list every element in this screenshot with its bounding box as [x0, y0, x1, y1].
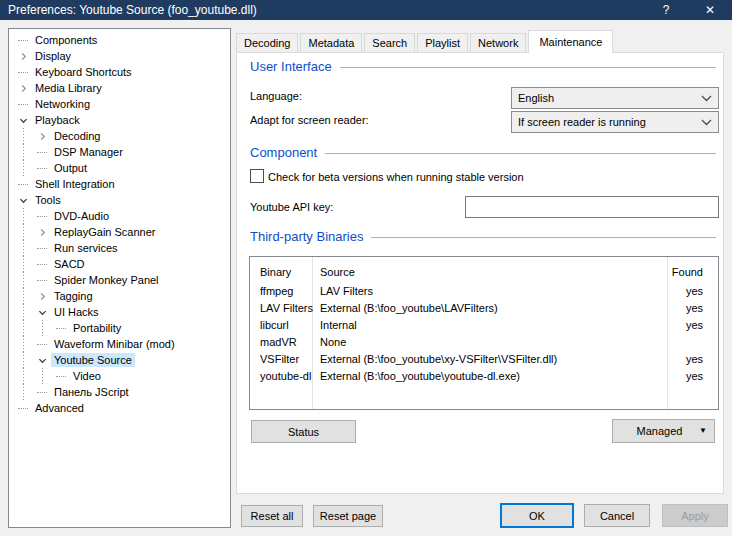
tree-connector [15, 72, 31, 73]
tab-search[interactable]: Search [364, 33, 415, 52]
chevron-right-icon[interactable] [15, 52, 31, 61]
source-cell: External (B:\foo_youtube\LAVFilters) [320, 300, 667, 317]
maintenance-tab-page: User Interface Language: English Adapt f… [236, 52, 724, 494]
found-cell [668, 334, 703, 351]
tree-item-display[interactable]: Display [9, 48, 230, 64]
tree-item-youtube-source[interactable]: Youtube Source [9, 352, 230, 368]
chevron-down-icon[interactable] [15, 196, 31, 205]
dropdown-arrow-icon: ▼ [699, 427, 707, 435]
binary-cell: ffmpeg [260, 283, 312, 300]
tree-item-media-library[interactable]: Media Library [9, 80, 230, 96]
language-label: Language: [250, 90, 302, 102]
chevron-down-icon[interactable] [34, 308, 50, 317]
tree-item-label: Decoding [51, 129, 103, 143]
binaries-table[interactable]: BinaryffmpegLAV FilterslibcurlmadVRVSFil… [249, 256, 719, 410]
tree-guide-line [15, 304, 34, 320]
tree-item-playback[interactable]: Playback [9, 112, 230, 128]
youtube-api-key-input[interactable] [465, 196, 719, 218]
binary-cell: LAV Filters [260, 300, 312, 317]
tab-metadata[interactable]: Metadata [300, 33, 362, 52]
tree-item-label: ReplayGain Scanner [51, 225, 159, 239]
tree-item-label: Portability [70, 321, 124, 335]
managed-button[interactable]: Managed ▼ [612, 419, 715, 443]
tree-item-keyboard-shortcuts[interactable]: Keyboard Shortcuts [9, 64, 230, 80]
tree-item-label: Youtube Source [51, 353, 135, 367]
dotted-stub [37, 216, 47, 217]
tree-item-ui-hacks[interactable]: UI Hacks [9, 304, 230, 320]
tree-item-portability[interactable]: Portability [9, 320, 230, 336]
tab-playlist[interactable]: Playlist [417, 33, 468, 52]
found-cell: yes [668, 351, 703, 368]
tree-guide-line [15, 144, 34, 160]
chevron-down-icon[interactable] [15, 116, 31, 125]
apply-button[interactable]: Apply [662, 504, 728, 527]
tab-network[interactable]: Network [470, 33, 526, 52]
tree-item-replaygain-scanner[interactable]: ReplayGain Scanner [9, 224, 230, 240]
cancel-button[interactable]: Cancel [584, 504, 650, 527]
tree-item-label: Playback [32, 113, 83, 127]
screen-reader-label: Adapt for screen reader: [250, 114, 369, 126]
tab-bar: DecodingMetadataSearchPlaylistNetworkMai… [236, 30, 615, 53]
ok-button[interactable]: OK [500, 503, 574, 528]
section-header-component: Component [250, 145, 717, 160]
dotted-stub [37, 248, 47, 249]
screen-reader-select[interactable]: If screen reader is running [511, 111, 719, 133]
found-cell: yes [668, 283, 703, 300]
tree-item-label: Output [51, 161, 90, 175]
tree-item-sacd[interactable]: SACD [9, 256, 230, 272]
dotted-stub [37, 280, 47, 281]
chevron-right-icon[interactable] [34, 228, 50, 237]
chevron-right-icon[interactable] [15, 84, 31, 93]
reset-all-button[interactable]: Reset all [241, 505, 303, 527]
source-cell: None [320, 334, 667, 351]
tree-item-label: Components [32, 33, 100, 47]
tree-connector [34, 168, 50, 169]
section-header-user-interface: User Interface [250, 59, 717, 74]
tree-item-label: Run services [51, 241, 121, 255]
found-column: Foundyesyesyesyesyes [668, 257, 718, 409]
tree-item-video[interactable]: Video [9, 368, 230, 384]
tree-item-tools[interactable]: Tools [9, 192, 230, 208]
tree-item-label: Display [32, 49, 74, 63]
tree-guide-line [15, 320, 34, 336]
tree-item-spider-monkey-panel[interactable]: Spider Monkey Panel [9, 272, 230, 288]
source-cell: External (B:\foo_youtube\xy-VSFilter\VSF… [320, 351, 667, 368]
status-button[interactable]: Status [251, 420, 356, 443]
tree-item-dsp-manager[interactable]: DSP Manager [9, 144, 230, 160]
dotted-stub [18, 104, 28, 105]
tree-item-decoding[interactable]: Decoding [9, 128, 230, 144]
tree-item-панель-jscript[interactable]: Панель JScript [9, 384, 230, 400]
chevron-right-icon[interactable] [34, 292, 50, 301]
title-bar: Preferences: Youtube Source (foo_youtube… [0, 0, 732, 20]
tree-item-label: Waveform Minibar (mod) [51, 337, 178, 351]
language-select[interactable]: English [511, 87, 719, 109]
beta-versions-checkbox[interactable] [250, 169, 264, 183]
binary-column: BinaryffmpegLAV FilterslibcurlmadVRVSFil… [250, 257, 313, 409]
tree-item-shell-integration[interactable]: Shell Integration [9, 176, 230, 192]
preferences-dialog: Preferences: Youtube Source (foo_youtube… [0, 0, 732, 536]
section-title: User Interface [250, 59, 332, 74]
tab-decoding[interactable]: Decoding [236, 33, 298, 52]
chevron-right-icon[interactable] [34, 132, 50, 141]
api-key-label: Youtube API key: [250, 201, 333, 213]
tree-item-components[interactable]: Components [9, 32, 230, 48]
tree-item-tagging[interactable]: Tagging [9, 288, 230, 304]
tree-item-run-services[interactable]: Run services [9, 240, 230, 256]
binary-cell: madVR [260, 334, 312, 351]
tree-guide-line [15, 240, 34, 256]
tree-connector [34, 392, 50, 393]
tab-maintenance[interactable]: Maintenance [528, 30, 613, 53]
close-button[interactable]: ✕ [688, 0, 732, 20]
tree-item-networking[interactable]: Networking [9, 96, 230, 112]
preferences-tree: ComponentsDisplayKeyboard ShortcutsMedia… [8, 28, 231, 528]
dotted-stub [18, 72, 28, 73]
tree-item-output[interactable]: Output [9, 160, 230, 176]
tree-item-advanced[interactable]: Advanced [9, 400, 230, 416]
tree-item-dvd-audio[interactable]: DVD-Audio [9, 208, 230, 224]
help-button[interactable]: ? [644, 0, 688, 20]
chevron-down-icon[interactable] [34, 356, 50, 365]
reset-page-button[interactable]: Reset page [313, 505, 383, 527]
column-header-found: Found [668, 257, 703, 283]
tree-connector [15, 40, 31, 41]
tree-item-waveform-minibar-mod[interactable]: Waveform Minibar (mod) [9, 336, 230, 352]
